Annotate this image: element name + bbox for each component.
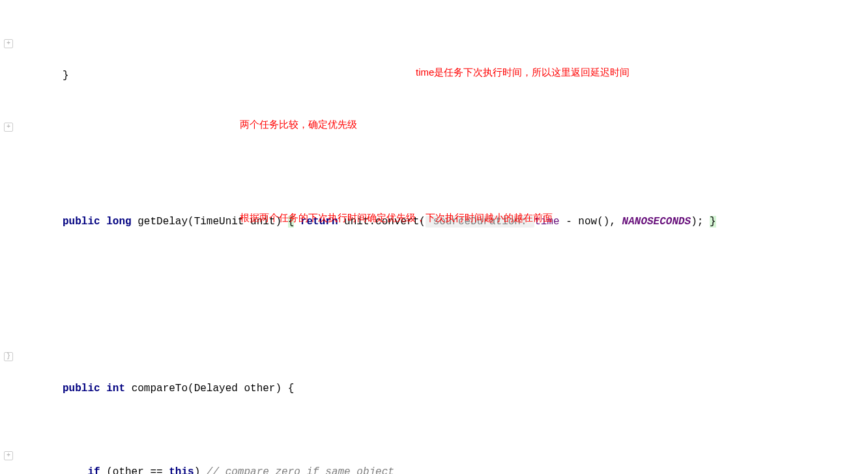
editor-gutter: + + } +: [0, 0, 18, 474]
code-line[interactable]: [23, 128, 868, 149]
code-line[interactable]: public int compareTo(Delayed other) {: [23, 378, 868, 399]
fold-expand-icon[interactable]: +: [4, 451, 13, 460]
code-line[interactable]: [23, 295, 868, 316]
annotation-text: time是任务下次执行时间，所以这里返回延迟时间: [416, 62, 629, 83]
annotation-text: 两个任务比较，确定优先级: [240, 114, 357, 135]
code-line[interactable]: if (other == this) // compare zero if sa…: [23, 462, 868, 474]
fold-expand-icon[interactable]: +: [4, 123, 13, 132]
annotation-text: 根据两个任务的下次执行时间确定优先级，下次执行时间越小的越在前面: [240, 207, 553, 228]
fold-close-icon[interactable]: }: [4, 352, 13, 361]
fold-expand-icon[interactable]: +: [4, 39, 13, 48]
code-editor[interactable]: } public long getDelay(TimeUnit unit) { …: [18, 0, 868, 474]
